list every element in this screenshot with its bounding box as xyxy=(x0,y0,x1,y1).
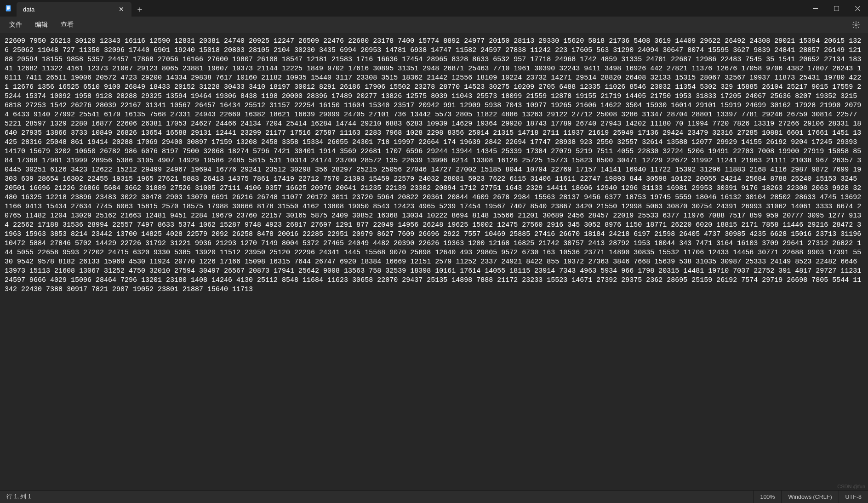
status-zoom[interactable]: 100% xyxy=(753,491,781,503)
svg-rect-3 xyxy=(7,8,10,9)
status-position[interactable]: 行 1, 列 1 xyxy=(0,491,38,503)
menubar: 文件 编辑 查看 xyxy=(0,17,868,33)
titlebar-drag-area xyxy=(148,0,805,17)
svg-point-9 xyxy=(855,24,857,26)
svg-rect-2 xyxy=(7,7,10,8)
text-editor[interactable]: 22609 7950 26213 30120 12343 16116 12590… xyxy=(0,33,868,490)
new-tab-button[interactable]: ＋ xyxy=(131,2,148,17)
menu-view[interactable]: 查看 xyxy=(54,17,80,33)
status-spacer xyxy=(38,491,754,503)
status-line-ending[interactable]: Windows (CRLF) xyxy=(781,491,838,503)
app-icon xyxy=(0,0,17,17)
tab-title: data xyxy=(23,6,112,13)
svg-rect-4 xyxy=(7,9,9,10)
svg-rect-1 xyxy=(7,6,10,7)
tab-active[interactable]: data ✕ xyxy=(17,2,131,17)
menu-file[interactable]: 文件 xyxy=(3,17,29,33)
gear-icon xyxy=(852,21,860,29)
menu-edit[interactable]: 编辑 xyxy=(29,17,54,33)
status-encoding[interactable]: UTF-8 xyxy=(839,491,868,503)
statusbar: 行 1, 列 1 100% Windows (CRLF) UTF-8 xyxy=(0,490,868,503)
titlebar: data ✕ ＋ xyxy=(0,0,868,17)
close-icon[interactable]: ✕ xyxy=(116,4,127,15)
svg-rect-6 xyxy=(834,6,839,11)
svg-rect-5 xyxy=(813,8,818,9)
settings-button[interactable] xyxy=(847,17,865,33)
close-window-button[interactable] xyxy=(847,0,868,17)
maximize-button[interactable] xyxy=(826,0,847,17)
window-controls xyxy=(805,0,868,17)
menubar-spacer xyxy=(80,17,847,33)
minimize-button[interactable] xyxy=(805,0,826,17)
